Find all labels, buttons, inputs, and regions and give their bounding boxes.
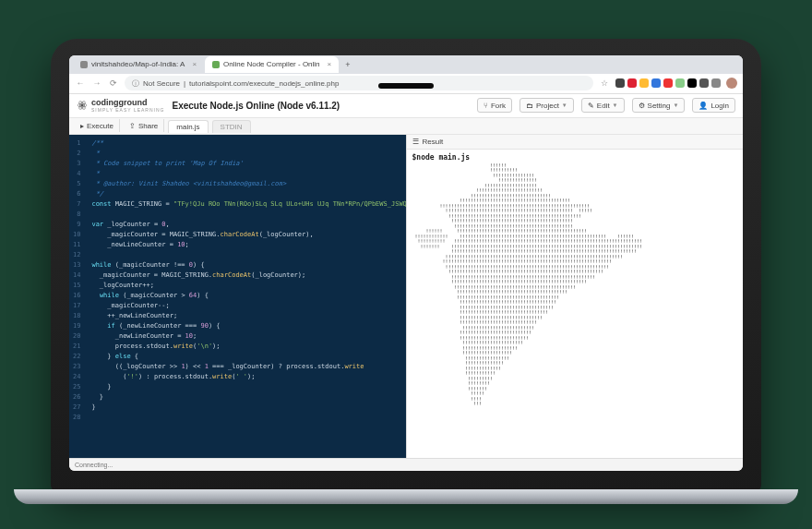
tab-label: Online Node Compiler - Onlin <box>223 60 320 68</box>
btn-label: Project <box>536 102 559 110</box>
laptop-frame: vinitshahdeo/Map-of-India: A × Online No… <box>51 39 761 491</box>
extension-icon[interactable] <box>687 78 697 88</box>
browser-tab-bar: vinitshahdeo/Map-of-India: A × Online No… <box>69 55 743 74</box>
extension-icon[interactable] <box>699 78 709 88</box>
result-command: $node main.js <box>412 153 738 162</box>
edit-button[interactable]: ✎Edit▼ <box>581 98 625 113</box>
share-icon: ⇪ <box>129 122 136 130</box>
user-icon: 👤 <box>699 102 708 110</box>
url-text: tutorialspoint.com/execute_nodejs_online… <box>189 79 339 88</box>
info-icon[interactable]: ⓘ <box>132 78 139 89</box>
new-tab-button[interactable]: + <box>340 60 355 69</box>
btn-label: Fork <box>491 102 506 110</box>
star-icon[interactable]: ☆ <box>599 78 610 88</box>
result-ascii-art: !!!!!! !!!!!!!!!! !!!!!!!!!!!!!!! !!!!!!… <box>412 163 738 407</box>
chevron-down-icon: ▼ <box>613 102 618 108</box>
svg-point-0 <box>81 104 84 107</box>
pencil-icon: ✎ <box>588 102 594 110</box>
file-tab-main[interactable]: main.js <box>168 120 208 133</box>
result-title: Result <box>423 138 444 146</box>
close-icon[interactable]: × <box>192 60 197 68</box>
forward-icon[interactable]: → <box>91 78 102 88</box>
close-icon[interactable]: × <box>328 60 332 68</box>
editor-toolbar: ▸Execute ⇪Share main.js STDIN <box>69 118 743 135</box>
extensions-row <box>615 78 721 88</box>
btn-label: Login <box>710 102 729 110</box>
page-title: Execute Node.js Online (Node v6.11.2) <box>172 101 340 111</box>
execute-button[interactable]: ▸Execute <box>75 119 120 132</box>
brand-logo[interactable]: codingground SIMPLY EASY LEARNING <box>77 98 164 113</box>
extension-icon[interactable] <box>663 78 673 88</box>
result-panel: ☰ Result $node main.js !!!!!! !!!!!!!!!!… <box>406 135 744 458</box>
play-icon: ▸ <box>80 122 84 130</box>
folder-icon: 🗀 <box>526 102 533 110</box>
security-label: Not Secure <box>143 79 180 88</box>
tab-label: vinitshahdeo/Map-of-India: A <box>91 60 185 68</box>
url-input[interactable]: ⓘ Not Secure | tutorialspoint.com/execut… <box>125 76 593 90</box>
fork-icon: ⑂ <box>484 102 488 110</box>
status-bar: Connecting... <box>69 458 743 471</box>
brand-name: codingground <box>91 98 148 107</box>
project-button[interactable]: 🗀Project▼ <box>519 98 574 113</box>
brand-subtitle: SIMPLY EASY LEARNING <box>91 107 164 113</box>
btn-label: Share <box>138 122 158 130</box>
list-icon: ☰ <box>412 138 419 146</box>
extension-icon[interactable] <box>639 78 649 88</box>
btn-label: Edit <box>597 102 610 110</box>
file-tab-stdin[interactable]: STDIN <box>212 120 251 133</box>
fork-button[interactable]: ⑂Fork <box>477 98 512 113</box>
code-area[interactable]: /** * * Code snippet to print 'Map Of In… <box>86 135 405 458</box>
setting-button[interactable]: ⚙Setting▼ <box>632 98 686 113</box>
extension-icon[interactable] <box>675 78 685 88</box>
btn-label: Setting <box>648 102 671 110</box>
share-button[interactable]: ⇪Share <box>124 119 164 132</box>
back-icon[interactable]: ← <box>75 78 86 88</box>
logo-icon <box>77 100 88 111</box>
btn-label: Execute <box>87 122 113 130</box>
extension-icon[interactable] <box>651 78 661 88</box>
extension-icon[interactable] <box>711 78 721 88</box>
screen: vinitshahdeo/Map-of-India: A × Online No… <box>69 55 743 471</box>
laptop-notch <box>378 83 434 89</box>
chevron-down-icon: ▼ <box>562 102 567 108</box>
status-text: Connecting... <box>75 462 113 468</box>
browser-tab[interactable]: vinitshahdeo/Map-of-India: A × <box>73 56 204 73</box>
favicon-icon <box>212 61 220 68</box>
gear-icon: ⚙ <box>639 102 645 110</box>
reload-icon[interactable]: ⟳ <box>108 78 119 88</box>
split-pane: 1234567891011121314151617181920212223242… <box>69 135 743 458</box>
site-header: codingground SIMPLY EASY LEARNING Execut… <box>69 94 743 118</box>
code-editor[interactable]: 1234567891011121314151617181920212223242… <box>69 135 406 458</box>
favicon-icon <box>80 61 88 68</box>
login-button[interactable]: 👤Login <box>692 98 735 113</box>
line-gutter: 1234567891011121314151617181920212223242… <box>69 135 86 458</box>
result-body[interactable]: $node main.js !!!!!! !!!!!!!!!! !!!!!!!!… <box>407 150 744 458</box>
avatar-icon[interactable] <box>726 78 737 89</box>
browser-tab[interactable]: Online Node Compiler - Onlin × <box>205 56 339 73</box>
extension-icon[interactable] <box>627 78 637 88</box>
chevron-down-icon: ▼ <box>673 102 678 108</box>
extension-icon[interactable] <box>615 78 625 88</box>
result-header: ☰ Result <box>407 135 744 150</box>
